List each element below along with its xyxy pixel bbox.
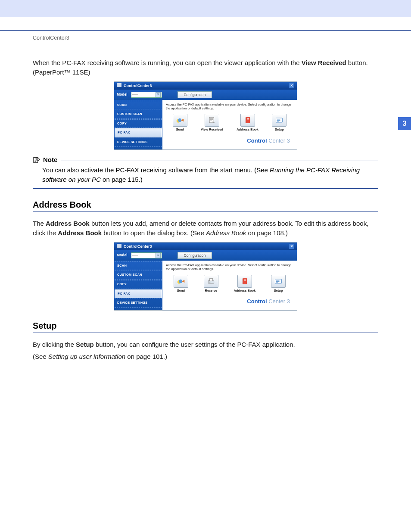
screenshot-window-2: ControlCenter3 × Model ——▾ Configuration… <box>114 242 297 311</box>
svg-rect-12 <box>277 121 279 122</box>
window-icon <box>117 83 121 87</box>
address-book-paragraph: The Address Book button lets you add, am… <box>33 219 378 238</box>
configuration-button-2[interactable]: Configuration <box>177 252 212 259</box>
model-select-2[interactable]: ——▾ <box>131 252 162 258</box>
ab-t3: button to open the dialog box. (See <box>102 229 206 236</box>
book-icon <box>243 116 252 124</box>
note-title-text: Note <box>43 156 57 163</box>
setup-paragraph-2: (See Setting up user information on page… <box>33 352 378 361</box>
cc-sidebar: SCAN CUSTOM SCAN COPY PC-FAX DEVICE SETT… <box>114 100 162 149</box>
svg-rect-4 <box>210 120 213 120</box>
top-band <box>0 0 411 17</box>
svg-rect-8 <box>247 118 249 120</box>
chapter-tab: 3 <box>398 117 411 130</box>
model-label-2: Model <box>117 253 128 258</box>
ab-b2: Address Book <box>58 229 102 236</box>
note-text-1: You can also activate the PC-FAX receivi… <box>42 166 270 174</box>
sidebar-item-copy[interactable]: COPY <box>115 280 162 289</box>
address-book-button-2[interactable] <box>237 275 252 288</box>
setup-label: Setup <box>275 128 284 132</box>
view-received-button[interactable] <box>205 114 219 127</box>
intro-bold: View Received <box>302 59 346 66</box>
cc-toolbar: Model ——▾ Configuration <box>114 90 297 100</box>
sidebar-item-copy[interactable]: COPY <box>115 119 162 128</box>
close-icon[interactable]: × <box>289 83 294 88</box>
model-label: Model <box>117 93 128 97</box>
cc-sidebar-2: SCAN CUSTOM SCAN COPY PC-FAX DEVICE SETT… <box>114 261 162 310</box>
cc-brand-2: Control Center 3 <box>166 296 293 308</box>
cc-titlebar: ControlCenter3 × <box>114 82 297 90</box>
setup-heading: Setup <box>33 321 378 333</box>
address-book-button[interactable] <box>240 114 255 127</box>
model-select[interactable]: ——▾ <box>131 92 162 98</box>
window-icon <box>117 244 121 248</box>
ab-t1: The <box>33 220 46 227</box>
svg-rect-11 <box>277 120 280 121</box>
setup-button-2[interactable] <box>271 275 286 288</box>
book-icon <box>240 277 249 285</box>
sidebar-item-pcfax[interactable]: PC-FAX <box>115 289 162 299</box>
send-icon <box>176 116 184 124</box>
sidebar-item-custom-scan[interactable]: CUSTOM SCAN <box>115 110 162 119</box>
cc-brand: Control Center 3 <box>166 135 293 148</box>
sidebar-item-scan[interactable]: SCAN <box>115 261 162 271</box>
fax-icon <box>207 277 215 285</box>
svg-rect-10 <box>277 119 280 120</box>
card-icon <box>274 277 283 285</box>
intro-text-1: When the PC-FAX receiving software is ru… <box>33 59 302 66</box>
send-button-2[interactable] <box>174 275 188 288</box>
cc-titlebar-2: ControlCenter3 × <box>114 243 297 250</box>
svg-rect-18 <box>209 281 210 282</box>
setup-t1: By clicking the <box>33 341 76 348</box>
svg-rect-5 <box>210 121 212 121</box>
ab-t4: on page 108.) <box>246 229 288 236</box>
intro-paragraph: When the PC-FAX receiving software is ru… <box>33 58 378 77</box>
svg-rect-20 <box>243 278 247 284</box>
chevron-down-icon: ▾ <box>156 253 161 258</box>
document-icon <box>208 116 216 124</box>
setup-t3: (See <box>33 353 48 360</box>
note-block: Note You can also activate the PC-FAX re… <box>33 156 378 189</box>
receive-label: Receive <box>205 289 217 293</box>
address-book-heading: Address Book <box>33 200 378 212</box>
setup-b1: Setup <box>76 341 94 348</box>
cc-description: Access the PC-FAX application available … <box>166 103 293 111</box>
note-text-2: on page 115.) <box>101 176 143 183</box>
sidebar-item-scan[interactable]: SCAN <box>115 101 162 110</box>
svg-rect-17 <box>209 278 212 281</box>
setup-t2: button, you can configure the user setti… <box>94 341 295 348</box>
sidebar-item-device-settings[interactable]: DEVICE SETTINGS <box>115 299 162 308</box>
sidebar-item-pcfax[interactable]: PC-FAX <box>115 128 162 137</box>
sidebar-item-custom-scan[interactable]: CUSTOM SCAN <box>115 271 162 280</box>
send-label-2: Send <box>177 289 185 293</box>
address-book-label: Address Book <box>237 128 258 132</box>
note-body: You can also activate the PC-FAX receivi… <box>33 164 378 187</box>
sidebar-item-device-settings[interactable]: DEVICE SETTINGS <box>115 138 162 147</box>
cc-description-2: Access the PC-FAX application available … <box>166 263 293 271</box>
view-received-label: View Received <box>201 128 223 132</box>
setup-i1: Setting up user information <box>48 353 125 360</box>
receive-button[interactable] <box>204 275 218 288</box>
svg-rect-21 <box>244 279 246 280</box>
send-icon <box>177 277 185 285</box>
send-button[interactable] <box>173 114 187 127</box>
svg-rect-23 <box>276 280 279 280</box>
svg-rect-25 <box>276 282 278 283</box>
configuration-button[interactable]: Configuration <box>177 91 212 98</box>
brand-light: Center 3 <box>267 137 290 144</box>
brand-light-2: Center 3 <box>267 298 290 305</box>
running-header: ControlCenter3 <box>33 31 378 58</box>
setup-t4: on page 101.) <box>125 353 167 360</box>
close-icon[interactable]: × <box>289 244 294 249</box>
ab-b1: Address Book <box>46 220 90 227</box>
screenshot-window-1: ControlCenter3 × Model ——▾ Configuration… <box>114 81 297 150</box>
setup-button[interactable] <box>272 114 286 127</box>
address-book-label-2: Address Book <box>234 289 255 293</box>
svg-rect-3 <box>210 118 213 119</box>
brand-bold-2: Control <box>247 298 267 305</box>
brand-bold: Control <box>247 137 267 144</box>
setup-label-2: Setup <box>274 289 283 293</box>
svg-rect-7 <box>246 118 249 123</box>
ab-i1: Address Book <box>206 229 246 236</box>
cc-toolbar-2: Model ——▾ Configuration <box>114 250 297 261</box>
